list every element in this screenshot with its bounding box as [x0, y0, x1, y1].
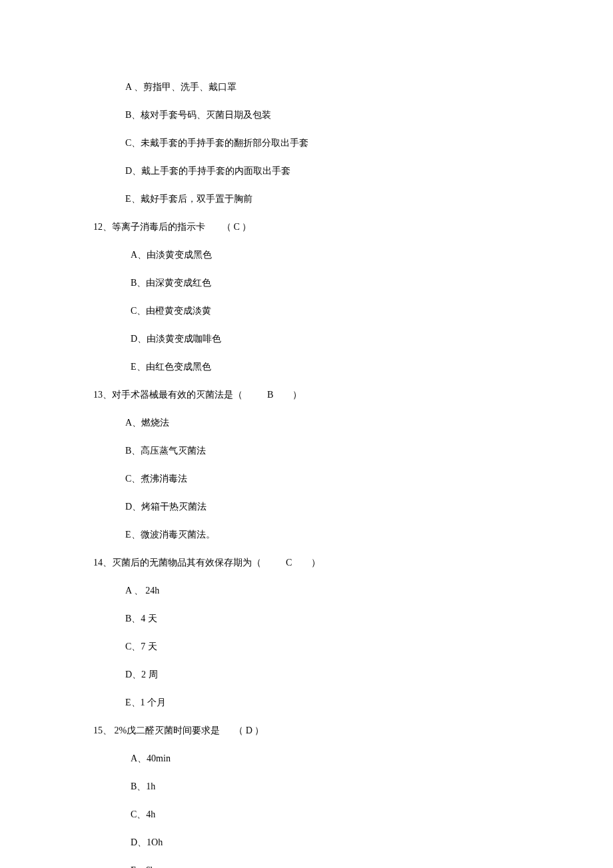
q13-text-before: 13、对手术器械最有效的灭菌法是（	[93, 390, 243, 400]
q12-option-c: C、由橙黄变成淡黄	[131, 304, 520, 318]
q12-option-b: B、由深黄变成红色	[131, 276, 520, 290]
q14-text-before: 14、灭菌后的无菌物品其有效保存期为（	[93, 558, 261, 568]
q12-stem: 12、等离子消毒后的指示卡 （ C ）	[93, 220, 520, 234]
q15-option-e: E、6h	[131, 863, 520, 868]
q13-option-a: A、燃烧法	[125, 416, 520, 430]
q15-stem: 15、 2%戊二醛灭菌时间要求是 （ D ）	[93, 723, 520, 737]
q14-option-e: E、1 个月	[125, 695, 520, 709]
q11-option-e: E、戴好手套后，双手置于胸前	[125, 192, 520, 206]
q12-option-d: D、由淡黄变成咖啡色	[131, 332, 520, 346]
q14-option-c: C、7 天	[125, 640, 520, 653]
q13-option-d: D、烤箱干热灭菌法	[125, 500, 520, 514]
q14-option-a: A 、 24h	[125, 584, 520, 598]
q15-text-before: 15、 2%戊二醛灭菌时间要求是	[93, 725, 220, 735]
q14-stem: 14、灭菌后的无菌物品其有效保存期为（ C ）	[93, 556, 520, 570]
q15-option-c: C、4h	[131, 807, 520, 821]
q14-text-after: ）	[311, 558, 320, 568]
q15-option-a: A、40min	[131, 751, 520, 765]
q13-option-e: E、微波消毒灭菌法。	[125, 528, 520, 542]
q12-answer: （ C ）	[222, 222, 251, 232]
q11-option-d: D、戴上手套的手持手套的内面取出手套	[125, 164, 520, 178]
q12-text: 12、等离子消毒后的指示卡	[93, 222, 205, 232]
q14-answer: C	[286, 558, 292, 568]
q15-option-d: D、1Oh	[131, 835, 520, 849]
document-page: A 、剪指甲、洗手、戴口罩 B、核对手套号码、灭菌日期及包装 C、未戴手套的手持…	[0, 0, 520, 868]
q13-text-after: ）	[293, 390, 302, 400]
q14-option-d: D、2 周	[125, 667, 520, 681]
q12-option-e: E、由红色变成黑色	[131, 360, 520, 374]
q13-option-b: B、高压蒸气灭菌法	[125, 444, 520, 458]
q15-answer: （ D ）	[234, 725, 264, 735]
q11-option-a: A 、剪指甲、洗手、戴口罩	[125, 80, 520, 94]
q11-option-b: B、核对手套号码、灭菌日期及包装	[125, 108, 520, 122]
q14-option-b: B、4 天	[125, 612, 520, 626]
q13-option-c: C、煮沸消毒法	[125, 472, 520, 486]
q11-option-c: C、未戴手套的手持手套的翻折部分取出手套	[125, 136, 520, 150]
q13-stem: 13、对手术器械最有效的灭菌法是（ B ）	[93, 388, 520, 402]
q12-option-a: A、由淡黄变成黑色	[131, 248, 520, 262]
q15-option-b: B、1h	[131, 779, 520, 793]
q13-answer: B	[267, 390, 273, 400]
